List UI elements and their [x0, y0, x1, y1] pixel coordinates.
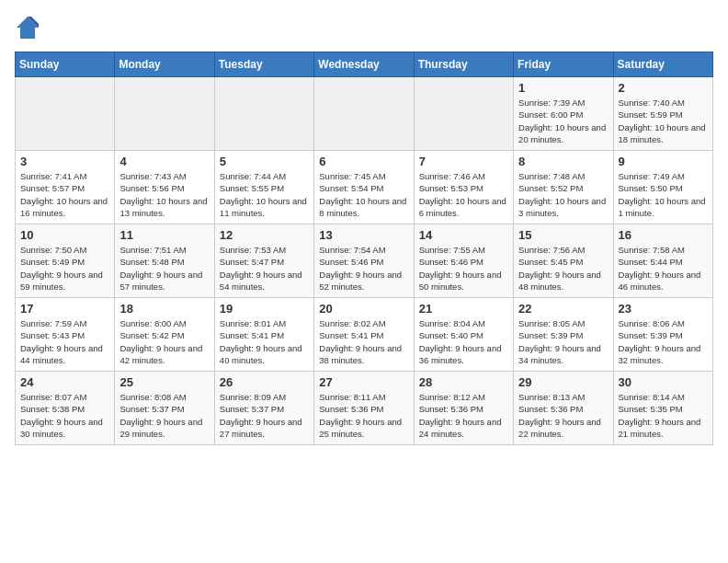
day-info: Sunrise: 8:00 AM Sunset: 5:42 PM Dayligh… — [119, 317, 209, 366]
day-info: Sunrise: 8:14 AM Sunset: 5:35 PM Dayligh… — [619, 391, 708, 440]
day-number: 26 — [220, 375, 309, 389]
day-info: Sunrise: 7:55 AM Sunset: 5:46 PM Dayligh… — [419, 244, 508, 293]
header-cell-tuesday: Tuesday — [214, 52, 313, 77]
day-cell: 7Sunrise: 7:46 AM Sunset: 5:53 PM Daylig… — [414, 151, 513, 224]
day-info: Sunrise: 7:41 AM Sunset: 5:57 PM Dayligh… — [20, 170, 109, 219]
day-cell: 27Sunrise: 8:11 AM Sunset: 5:36 PM Dayli… — [314, 372, 414, 445]
day-cell: 13Sunrise: 7:54 AM Sunset: 5:46 PM Dayli… — [314, 224, 414, 298]
day-cell: 6Sunrise: 7:45 AM Sunset: 5:54 PM Daylig… — [314, 151, 414, 224]
day-number: 25 — [119, 375, 209, 389]
day-cell: 3Sunrise: 7:41 AM Sunset: 5:57 PM Daylig… — [16, 151, 115, 224]
day-info: Sunrise: 7:59 AM Sunset: 5:43 PM Dayligh… — [20, 317, 109, 366]
day-cell: 29Sunrise: 8:13 AM Sunset: 5:36 PM Dayli… — [514, 372, 613, 445]
day-number: 4 — [119, 155, 209, 168]
header-cell-sunday: Sunday — [16, 52, 115, 77]
day-cell: 24Sunrise: 8:07 AM Sunset: 5:38 PM Dayli… — [16, 372, 115, 445]
day-cell — [414, 77, 513, 151]
day-number: 20 — [319, 302, 408, 316]
day-number: 28 — [419, 375, 508, 389]
day-cell: 4Sunrise: 7:43 AM Sunset: 5:56 PM Daylig… — [115, 151, 214, 224]
day-info: Sunrise: 7:58 AM Sunset: 5:44 PM Dayligh… — [619, 244, 708, 293]
day-cell: 9Sunrise: 7:49 AM Sunset: 5:50 PM Daylig… — [613, 151, 712, 224]
day-cell: 10Sunrise: 7:50 AM Sunset: 5:49 PM Dayli… — [16, 224, 115, 298]
day-cell: 30Sunrise: 8:14 AM Sunset: 5:35 PM Dayli… — [613, 372, 712, 445]
calendar-table: SundayMondayTuesdayWednesdayThursdayFrid… — [15, 52, 713, 445]
week-row-5: 24Sunrise: 8:07 AM Sunset: 5:38 PM Dayli… — [16, 372, 713, 445]
logo-icon — [15, 15, 40, 40]
day-cell: 12Sunrise: 7:53 AM Sunset: 5:47 PM Dayli… — [214, 224, 313, 298]
day-info: Sunrise: 8:08 AM Sunset: 5:37 PM Dayligh… — [119, 391, 209, 440]
day-number: 18 — [119, 302, 209, 316]
day-number: 1 — [518, 81, 608, 95]
day-number: 23 — [619, 302, 708, 316]
day-info: Sunrise: 7:54 AM Sunset: 5:46 PM Dayligh… — [319, 244, 408, 293]
day-info: Sunrise: 8:06 AM Sunset: 5:39 PM Dayligh… — [619, 317, 708, 366]
day-info: Sunrise: 7:39 AM Sunset: 6:00 PM Dayligh… — [518, 97, 608, 145]
header-row: SundayMondayTuesdayWednesdayThursdayFrid… — [16, 52, 713, 77]
day-cell — [214, 77, 313, 151]
day-cell: 28Sunrise: 8:12 AM Sunset: 5:36 PM Dayli… — [414, 372, 513, 445]
day-info: Sunrise: 7:51 AM Sunset: 5:48 PM Dayligh… — [119, 244, 209, 293]
day-cell: 11Sunrise: 7:51 AM Sunset: 5:48 PM Dayli… — [115, 224, 214, 298]
day-info: Sunrise: 8:11 AM Sunset: 5:36 PM Dayligh… — [319, 391, 408, 440]
day-cell — [314, 77, 414, 151]
day-cell: 2Sunrise: 7:40 AM Sunset: 5:59 PM Daylig… — [613, 77, 712, 151]
day-info: Sunrise: 8:05 AM Sunset: 5:39 PM Dayligh… — [518, 317, 608, 366]
day-cell: 15Sunrise: 7:56 AM Sunset: 5:45 PM Dayli… — [514, 224, 613, 298]
day-info: Sunrise: 7:40 AM Sunset: 5:59 PM Dayligh… — [619, 97, 708, 145]
header-cell-friday: Friday — [514, 52, 613, 77]
day-cell: 25Sunrise: 8:08 AM Sunset: 5:37 PM Dayli… — [115, 372, 214, 445]
header-cell-monday: Monday — [115, 52, 214, 77]
week-row-2: 3Sunrise: 7:41 AM Sunset: 5:57 PM Daylig… — [16, 151, 713, 224]
day-number: 5 — [220, 155, 309, 168]
day-number: 16 — [619, 228, 708, 242]
day-number: 19 — [220, 302, 309, 316]
day-number: 12 — [220, 228, 309, 242]
header-cell-wednesday: Wednesday — [314, 52, 414, 77]
day-cell: 17Sunrise: 7:59 AM Sunset: 5:43 PM Dayli… — [16, 298, 115, 372]
day-info: Sunrise: 7:46 AM Sunset: 5:53 PM Dayligh… — [419, 170, 508, 219]
day-number: 30 — [619, 375, 708, 389]
day-number: 27 — [319, 375, 408, 389]
day-info: Sunrise: 8:09 AM Sunset: 5:37 PM Dayligh… — [220, 391, 309, 440]
day-cell: 23Sunrise: 8:06 AM Sunset: 5:39 PM Dayli… — [613, 298, 712, 372]
day-cell: 5Sunrise: 7:44 AM Sunset: 5:55 PM Daylig… — [214, 151, 313, 224]
day-info: Sunrise: 7:56 AM Sunset: 5:45 PM Dayligh… — [518, 244, 608, 293]
day-info: Sunrise: 7:53 AM Sunset: 5:47 PM Dayligh… — [220, 244, 309, 293]
calendar-header: SundayMondayTuesdayWednesdayThursdayFrid… — [16, 52, 713, 77]
day-info: Sunrise: 8:01 AM Sunset: 5:41 PM Dayligh… — [220, 317, 309, 366]
page-header — [15, 15, 713, 40]
day-info: Sunrise: 7:49 AM Sunset: 5:50 PM Dayligh… — [619, 170, 708, 219]
week-row-4: 17Sunrise: 7:59 AM Sunset: 5:43 PM Dayli… — [16, 298, 713, 372]
day-info: Sunrise: 8:12 AM Sunset: 5:36 PM Dayligh… — [419, 391, 508, 440]
header-cell-thursday: Thursday — [414, 52, 513, 77]
day-number: 15 — [518, 228, 608, 242]
logo — [15, 15, 44, 40]
day-number: 13 — [319, 228, 408, 242]
day-info: Sunrise: 7:50 AM Sunset: 5:49 PM Dayligh… — [20, 244, 109, 293]
day-number: 21 — [419, 302, 508, 316]
day-number: 2 — [619, 81, 708, 95]
day-info: Sunrise: 7:45 AM Sunset: 5:54 PM Dayligh… — [319, 170, 408, 219]
day-cell: 8Sunrise: 7:48 AM Sunset: 5:52 PM Daylig… — [514, 151, 613, 224]
day-cell: 21Sunrise: 8:04 AM Sunset: 5:40 PM Dayli… — [414, 298, 513, 372]
day-cell: 14Sunrise: 7:55 AM Sunset: 5:46 PM Dayli… — [414, 224, 513, 298]
day-cell: 22Sunrise: 8:05 AM Sunset: 5:39 PM Dayli… — [514, 298, 613, 372]
day-cell: 20Sunrise: 8:02 AM Sunset: 5:41 PM Dayli… — [314, 298, 414, 372]
day-number: 10 — [20, 228, 109, 242]
day-number: 7 — [419, 155, 508, 168]
day-info: Sunrise: 8:07 AM Sunset: 5:38 PM Dayligh… — [20, 391, 109, 440]
day-cell: 16Sunrise: 7:58 AM Sunset: 5:44 PM Dayli… — [613, 224, 712, 298]
week-row-3: 10Sunrise: 7:50 AM Sunset: 5:49 PM Dayli… — [16, 224, 713, 298]
day-number: 17 — [20, 302, 109, 316]
day-info: Sunrise: 7:43 AM Sunset: 5:56 PM Dayligh… — [119, 170, 209, 219]
day-cell: 18Sunrise: 8:00 AM Sunset: 5:42 PM Dayli… — [115, 298, 214, 372]
day-info: Sunrise: 8:13 AM Sunset: 5:36 PM Dayligh… — [518, 391, 608, 440]
day-number: 24 — [20, 375, 109, 389]
day-number: 6 — [319, 155, 408, 168]
day-info: Sunrise: 8:02 AM Sunset: 5:41 PM Dayligh… — [319, 317, 408, 366]
day-cell: 1Sunrise: 7:39 AM Sunset: 6:00 PM Daylig… — [514, 77, 613, 151]
day-info: Sunrise: 7:44 AM Sunset: 5:55 PM Dayligh… — [220, 170, 309, 219]
day-number: 22 — [518, 302, 608, 316]
calendar-body: 1Sunrise: 7:39 AM Sunset: 6:00 PM Daylig… — [16, 77, 713, 445]
